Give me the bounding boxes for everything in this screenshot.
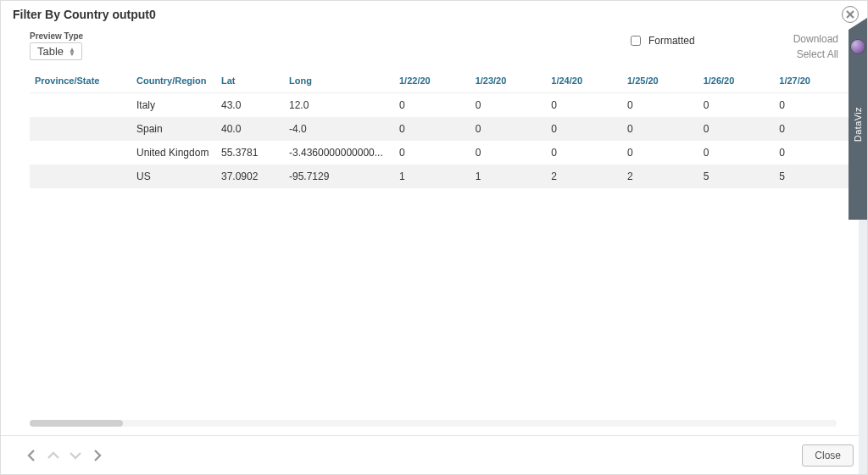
table-cell bbox=[30, 117, 131, 141]
preview-type-select[interactable]: Table ▲▼ bbox=[30, 42, 82, 60]
preview-type-label: Preview Type bbox=[30, 31, 83, 41]
formatted-toggle[interactable]: Formatted bbox=[627, 33, 700, 48]
table-cell: 0 bbox=[470, 141, 547, 165]
scrollbar-thumb[interactable] bbox=[30, 420, 123, 427]
column-header[interactable]: Long bbox=[284, 69, 394, 93]
horizontal-scrollbar[interactable] bbox=[30, 420, 837, 427]
table-cell: 55.3781 bbox=[216, 141, 284, 165]
table-cell: 0 bbox=[394, 117, 470, 141]
table-cell: 2 bbox=[622, 165, 698, 188]
table-cell: 40.0 bbox=[216, 117, 284, 141]
table-cell: US bbox=[131, 165, 216, 188]
table-cell: 37.0902 bbox=[216, 165, 284, 188]
preview-type-value: Table bbox=[37, 45, 64, 58]
table-cell: 0 bbox=[470, 117, 547, 141]
toolbar-actions: Download Select All bbox=[793, 33, 838, 60]
table-cell: 0 bbox=[622, 117, 698, 141]
table-cell: 0 bbox=[546, 93, 622, 118]
table-cell: 2 bbox=[546, 165, 622, 188]
table-cell: 0 bbox=[622, 141, 698, 165]
table-cell: 0 bbox=[546, 117, 622, 141]
column-header[interactable]: 1/23/20 bbox=[470, 69, 547, 93]
table-cell: -4.0 bbox=[284, 117, 394, 141]
column-header[interactable]: 1/24/20 bbox=[546, 69, 622, 93]
formatted-checkbox[interactable] bbox=[631, 36, 641, 46]
table-cell: 0 bbox=[774, 141, 850, 165]
table-cell: 5 bbox=[774, 165, 850, 188]
table-header-row: Province/State Country/Region Lat Long 1… bbox=[30, 69, 850, 93]
table-cell: United Kingdom bbox=[131, 141, 216, 165]
table-cell: 0 bbox=[774, 93, 850, 118]
column-header[interactable]: 1/22/20 bbox=[394, 69, 470, 93]
table-cell: 0 bbox=[394, 141, 470, 165]
table-row[interactable]: Spain40.0-4.0000000 bbox=[30, 117, 850, 141]
table-cell: 5 bbox=[698, 165, 775, 188]
dataviz-tab-label: DataViz bbox=[853, 107, 863, 142]
dialog-header: Filter By Country output0 bbox=[1, 1, 867, 25]
next-page-icon[interactable] bbox=[91, 449, 104, 462]
download-link[interactable]: Download bbox=[793, 33, 838, 45]
table-row[interactable]: Italy43.012.0000000 bbox=[30, 93, 850, 118]
column-header[interactable]: 1/26/20 bbox=[698, 69, 775, 93]
formatted-label: Formatted bbox=[648, 35, 695, 47]
select-all-link[interactable]: Select All bbox=[797, 48, 838, 60]
data-table-wrapper: Province/State Country/Region Lat Long 1… bbox=[30, 69, 850, 188]
table-cell: Spain bbox=[131, 117, 216, 141]
table-cell: 0 bbox=[698, 117, 775, 141]
page-down-icon[interactable] bbox=[69, 449, 82, 462]
column-header[interactable]: Province/State bbox=[30, 69, 131, 93]
preview-dialog: Filter By Country output0 Preview Type T… bbox=[0, 0, 868, 475]
pager bbox=[25, 449, 104, 462]
table-cell bbox=[30, 141, 131, 165]
column-header[interactable]: Lat bbox=[216, 69, 284, 93]
table-cell: 1 bbox=[394, 165, 470, 188]
dataviz-orb-icon[interactable] bbox=[851, 40, 865, 53]
preview-type-control: Preview Type Table ▲▼ bbox=[30, 31, 83, 60]
dialog-footer: Close bbox=[1, 435, 867, 474]
column-header[interactable]: Country/Region bbox=[131, 69, 216, 93]
table-cell: 0 bbox=[394, 93, 470, 118]
table-cell: 0 bbox=[698, 93, 775, 118]
table-cell: -95.7129 bbox=[284, 165, 394, 188]
table-cell: 43.0 bbox=[216, 93, 284, 118]
close-button[interactable]: Close bbox=[802, 444, 854, 467]
table-row[interactable]: US37.0902-95.7129112255 bbox=[30, 165, 850, 188]
table-cell: 0 bbox=[774, 117, 850, 141]
table-row[interactable]: United Kingdom55.3781-3.4360000000000...… bbox=[30, 141, 850, 165]
table-cell bbox=[30, 93, 131, 118]
prev-page-icon[interactable] bbox=[25, 449, 38, 462]
stepper-icon: ▲▼ bbox=[69, 48, 75, 56]
dataviz-side-tab[interactable]: DataViz bbox=[849, 30, 867, 220]
table-cell: 1 bbox=[470, 165, 547, 188]
dialog-toolbar: Preview Type Table ▲▼ Formatted Download… bbox=[1, 25, 867, 64]
page-up-icon[interactable] bbox=[47, 449, 60, 462]
data-table: Province/State Country/Region Lat Long 1… bbox=[30, 69, 850, 188]
column-header[interactable]: 1/25/20 bbox=[622, 69, 698, 93]
dialog-title: Filter By Country output0 bbox=[13, 8, 156, 21]
table-cell: Italy bbox=[131, 93, 216, 118]
vertical-scrollbar[interactable] bbox=[859, 220, 867, 474]
table-cell: 12.0 bbox=[284, 93, 394, 118]
table-cell: 0 bbox=[470, 93, 547, 118]
table-cell: 0 bbox=[698, 141, 775, 165]
column-header[interactable]: 1/27/20 bbox=[774, 69, 850, 93]
table-cell: -3.4360000000000... bbox=[284, 141, 394, 165]
table-cell: 0 bbox=[622, 93, 698, 118]
table-cell bbox=[30, 165, 131, 188]
table-cell: 0 bbox=[546, 141, 622, 165]
